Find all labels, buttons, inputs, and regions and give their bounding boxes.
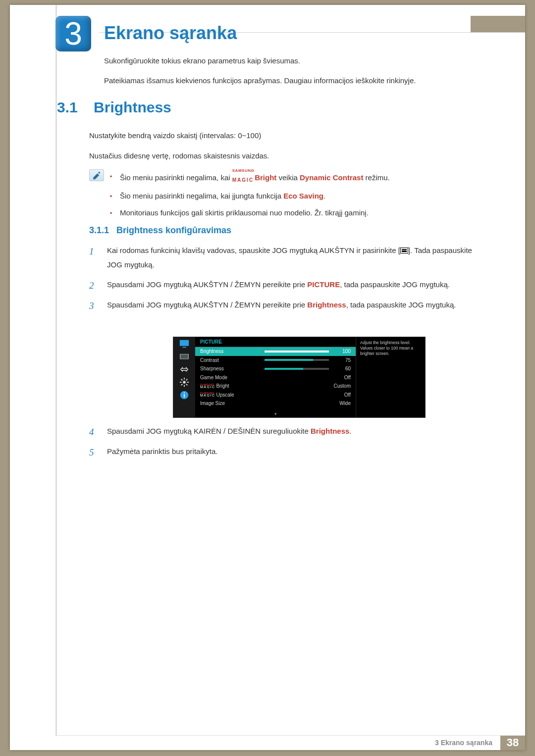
note-item-3: Monitoriaus funkcijos gali skirtis prikl… bbox=[120, 206, 476, 220]
osd-row-value: Wide bbox=[329, 401, 351, 406]
osd-row-label: Game Mode bbox=[200, 375, 265, 380]
section-body-2: Nustačius didesnę vertę, rodomas skaiste… bbox=[89, 149, 476, 162]
osd-row: Brightness100 bbox=[195, 347, 356, 356]
osd-row: Contrast75 bbox=[195, 356, 356, 365]
header-accent-bar bbox=[471, 16, 525, 33]
svg-rect-17 bbox=[184, 393, 185, 394]
note-block: Šio meniu pasirinkti negalima, kai SAMSU… bbox=[89, 169, 476, 223]
osd-row-label: Brightness bbox=[200, 349, 265, 354]
svg-line-13 bbox=[181, 384, 183, 386]
osd-row-value: 100 bbox=[329, 349, 351, 354]
procedure-steps-bottom: 4 Spausdami JOG mygtuką KAIRĖN / DEŠINĖN… bbox=[89, 424, 476, 464]
section-heading: 3.1 Brightness bbox=[57, 99, 171, 116]
note-item-1: Šio meniu pasirinkti negalima, kai SAMSU… bbox=[120, 169, 476, 186]
intro-line-1: Sukonfigūruokite tokius ekrano parametru… bbox=[104, 54, 476, 67]
subsection-heading: 3.1.1 Brightness konfigūravimas bbox=[89, 225, 231, 236]
osd-scroll-indicator: ▾ bbox=[195, 410, 356, 417]
samsung-magic-logo: SAMSUNGMAGIC bbox=[232, 169, 254, 186]
manual-page: 3 Ekrano sąranka Sukonfigūruokite tokius… bbox=[10, 5, 525, 750]
step-5: 5 Pažymėta parinktis bus pritaikyta. bbox=[89, 445, 476, 459]
osd-row-value: 75 bbox=[329, 357, 351, 363]
osd-slider bbox=[265, 359, 329, 361]
svg-rect-0 bbox=[180, 340, 189, 346]
intro-line-2: Pateikiamas išsamus kiekvienos funkcijos… bbox=[104, 74, 476, 87]
section-body-1: Nustatykite bendrą vaizdo skaistį (inter… bbox=[89, 129, 476, 142]
samsung-magic-logo: SAMSUNGMAGIC bbox=[200, 384, 215, 389]
step-1: 1 Kai rodomas funkcinių klavišų vadovas,… bbox=[89, 244, 476, 272]
step-2: 2 Spausdami JOG mygtuką AUKŠTYN / ŽEMYN … bbox=[89, 278, 476, 292]
osd-help-text: Adjust the brightness level. Values clos… bbox=[356, 337, 425, 417]
svg-rect-16 bbox=[184, 394, 185, 397]
menu-icon bbox=[400, 248, 408, 253]
samsung-magic-logo: SAMSUNGMAGIC bbox=[200, 392, 215, 397]
osd-main: PICTURE Brightness100Contrast75Sharpness… bbox=[195, 337, 356, 417]
svg-line-12 bbox=[186, 384, 188, 386]
osd-color-icon bbox=[179, 352, 190, 361]
osd-row-value: Custom bbox=[329, 383, 351, 389]
osd-row-label: Sharpness bbox=[200, 366, 265, 371]
osd-picture-icon bbox=[179, 339, 190, 348]
osd-rows: Brightness100Contrast75Sharpness60Game M… bbox=[195, 347, 356, 410]
osd-header: PICTURE bbox=[195, 337, 356, 347]
osd-row-value: 60 bbox=[329, 366, 351, 371]
chapter-title: Ekrano sąranka bbox=[104, 23, 237, 44]
note-list: Šio meniu pasirinkti negalima, kai SAMSU… bbox=[120, 169, 476, 220]
chapter-badge: 3 bbox=[55, 16, 91, 51]
svg-rect-1 bbox=[182, 347, 186, 348]
osd-row: SAMSUNGMAGICBrightCustom bbox=[195, 382, 356, 391]
section-body: Nustatykite bendrą vaizdo skaistį (inter… bbox=[89, 129, 476, 169]
note-icon bbox=[89, 169, 104, 181]
procedure-steps-top: 1 Kai rodomas funkcinių klavišų vadovas,… bbox=[89, 244, 476, 318]
subsection-title: Brightness konfigūravimas bbox=[116, 225, 231, 235]
osd-info-icon bbox=[179, 391, 190, 400]
chapter-number: 3 bbox=[64, 15, 82, 52]
page-number: 38 bbox=[500, 735, 525, 750]
osd-size-icon bbox=[179, 365, 190, 374]
page-footer: 3 Ekrano sąranka 38 bbox=[10, 735, 525, 750]
osd-sidebar bbox=[173, 337, 195, 417]
osd-row-label: SAMSUNGMAGICBright bbox=[200, 383, 265, 389]
osd-row: Image SizeWide bbox=[195, 399, 356, 408]
svg-point-6 bbox=[183, 381, 186, 384]
osd-row-label: Image Size bbox=[200, 401, 265, 406]
chapter-intro: Sukonfigūruokite tokius ekrano parametru… bbox=[104, 54, 476, 94]
osd-slider bbox=[265, 368, 329, 370]
step-3: 3 Spausdami JOG mygtuką AUKŠTYN / ŽEMYN … bbox=[89, 298, 476, 312]
osd-settings-icon bbox=[179, 378, 190, 387]
note-item-2: Šio meniu pasirinkti negalima, kai įjung… bbox=[120, 189, 476, 203]
step-4: 4 Spausdami JOG mygtuką KAIRĖN / DEŠINĖN… bbox=[89, 424, 476, 439]
osd-row-label: Contrast bbox=[200, 357, 265, 363]
subsection-number: 3.1.1 bbox=[89, 225, 109, 235]
osd-row-value: Off bbox=[329, 375, 351, 380]
svg-line-11 bbox=[181, 379, 183, 381]
footer-rule bbox=[55, 735, 525, 736]
footer-breadcrumb: 3 Ekrano sąranka bbox=[427, 735, 500, 750]
svg-line-14 bbox=[186, 379, 188, 381]
osd-screenshot: PICTURE Brightness100Contrast75Sharpness… bbox=[173, 337, 426, 418]
section-number: 3.1 bbox=[57, 99, 78, 115]
osd-slider bbox=[265, 351, 329, 353]
osd-row-label: SAMSUNGMAGICUpscale bbox=[200, 392, 265, 398]
osd-row: Game ModeOff bbox=[195, 373, 356, 382]
osd-row-value: Off bbox=[329, 392, 351, 398]
osd-row: SAMSUNGMAGICUpscaleOff bbox=[195, 391, 356, 400]
section-title: Brightness bbox=[94, 99, 171, 115]
osd-row: Sharpness60 bbox=[195, 364, 356, 373]
